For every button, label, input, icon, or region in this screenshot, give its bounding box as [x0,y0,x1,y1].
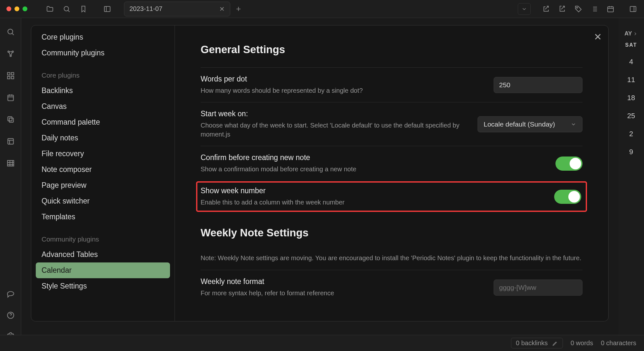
ribbon-search-icon[interactable] [6,28,15,37]
status-backlinks[interactable]: 0 backlinks [511,338,563,348]
ribbon [0,18,21,351]
svg-point-0 [64,6,69,11]
minimize-window-button[interactable] [14,6,19,11]
calendar-today-label: AY [624,30,632,37]
setting-description: How many words should be represented by … [201,86,481,95]
setting-label: Weekly note format [201,277,481,286]
svg-rect-14 [9,118,13,122]
setting-show-week-number-highlight: Show week number Enable this to add a co… [196,181,587,212]
ribbon-help-icon[interactable] [6,311,15,321]
tab-active[interactable]: 2023-11-07 ✕ [124,2,230,16]
calendar-day[interactable]: 11 [627,76,635,84]
svg-rect-9 [7,72,10,75]
calendar-day[interactable]: 9 [629,148,633,156]
calendar-day[interactable]: 4 [629,58,633,66]
sidebar-item-command-palette[interactable]: Command palette [36,114,170,130]
svg-rect-1 [104,6,110,12]
calendar-day[interactable]: 2 [629,130,633,138]
status-words: 0 words [571,339,593,347]
sidebar-header-community-plugins: Community plugins [36,232,170,247]
setting-label: Words per dot [201,75,481,83]
status-bar: 0 backlinks 0 words 0 characters [0,335,644,351]
weekly-settings-note: Note: Weekly Note settings are moving. Y… [201,251,582,270]
calendar-icon[interactable] [603,3,618,15]
new-tab-button[interactable]: + [236,4,241,14]
dropdown-value: Locale default (Sunday) [484,120,555,128]
settings-sidebar: Core plugins Community plugins Core plug… [31,25,175,321]
words-per-dot-input[interactable] [494,77,582,93]
close-icon[interactable]: ✕ [594,31,602,43]
left-panel-toggle-icon[interactable] [100,3,114,15]
calendar-nav[interactable]: AY [624,30,638,37]
svg-point-5 [8,29,13,34]
svg-rect-15 [8,117,12,121]
sidebar-item-backlinks[interactable]: Backlinks [36,83,170,99]
maximize-window-button[interactable] [23,6,27,11]
sidebar-item-canvas[interactable]: Canvas [36,99,170,114]
setting-label: Show week number [201,186,541,195]
chevron-down-icon [571,121,576,127]
sidebar-item-note-composer[interactable]: Note composer [36,162,170,177]
ribbon-canvas-icon[interactable] [6,71,15,81]
tab-close-icon[interactable]: ✕ [219,5,225,13]
setting-description: Enable this to add a column with the wee… [201,198,541,207]
ribbon-table-icon[interactable] [6,159,15,169]
sidebar-item-advanced-tables[interactable]: Advanced Tables [36,247,170,262]
sidebar-header-core-plugins: Core plugins [36,68,170,83]
ribbon-daily-note-icon[interactable] [6,93,15,103]
sidebar-item-style-settings[interactable]: Style Settings [36,278,170,294]
sidebar-item-community-plugins-tab[interactable]: Community plugins [36,45,170,61]
svg-rect-4 [630,6,636,12]
status-characters: 0 characters [601,339,636,347]
sidebar-item-daily-notes[interactable]: Daily notes [36,130,170,146]
setting-label: Start week on: [201,109,465,118]
setting-words-per-dot: Words per dot How many words should be r… [201,67,582,102]
tab-title: 2023-11-07 [129,5,162,13]
svg-rect-12 [11,76,14,79]
weekly-format-input[interactable] [494,280,582,296]
pencil-icon [552,340,558,346]
ribbon-ai-icon[interactable] [6,290,15,300]
calendar-day-header: SAT [625,42,637,48]
calendar-day[interactable]: 18 [627,94,635,102]
close-window-button[interactable] [6,6,11,11]
svg-rect-17 [7,160,14,166]
ribbon-graph-icon[interactable] [6,50,15,59]
show-week-number-toggle[interactable] [554,190,581,204]
sidebar-item-core-plugins-tab[interactable]: Core plugins [36,29,170,45]
setting-description: For more syntax help, refer to format re… [201,289,481,298]
sidebar-item-templates[interactable]: Templates [36,209,170,225]
bookmark-icon[interactable] [76,3,90,15]
calendar-side-panel: AY SAT 4 11 18 25 2 9 [618,18,644,335]
search-icon[interactable] [60,3,74,15]
titlebar: 2023-11-07 ✕ + [0,0,644,18]
setting-label: Confirm before creating new note [201,153,543,162]
import-icon[interactable] [539,3,553,15]
confirm-create-toggle[interactable] [555,157,582,171]
start-week-dropdown[interactable]: Locale default (Sunday) [478,116,582,132]
sidebar-item-calendar[interactable]: Calendar [36,262,170,278]
setting-description: Show a confirmation modal before creatin… [201,165,543,174]
export-icon[interactable] [555,3,569,15]
svg-rect-11 [7,76,10,79]
sidebar-item-quick-switcher[interactable]: Quick switcher [36,193,170,209]
svg-point-2 [577,7,578,8]
section-weekly-title: Weekly Note Settings [201,227,582,239]
setting-start-week: Start week on: Choose what day of the we… [201,102,582,146]
svg-rect-13 [8,95,13,100]
ribbon-copy-icon[interactable] [6,115,15,125]
setting-confirm-create: Confirm before creating new note Show a … [201,146,582,181]
sidebar-item-page-preview[interactable]: Page preview [36,177,170,193]
setting-weekly-format: Weekly note format For more syntax help,… [201,270,582,305]
tag-icon[interactable] [571,3,585,15]
ribbon-template-icon[interactable] [6,137,15,147]
folder-icon[interactable] [43,3,57,15]
sidebar-item-file-recovery[interactable]: File recovery [36,146,170,162]
outline-icon[interactable] [587,3,601,15]
window-controls [6,6,27,11]
tab-bar: 2023-11-07 ✕ + [124,2,515,16]
right-panel-toggle-icon[interactable] [626,3,640,15]
tab-dropdown-button[interactable] [518,3,531,15]
calendar-day[interactable]: 25 [627,112,635,120]
svg-point-8 [10,55,11,56]
